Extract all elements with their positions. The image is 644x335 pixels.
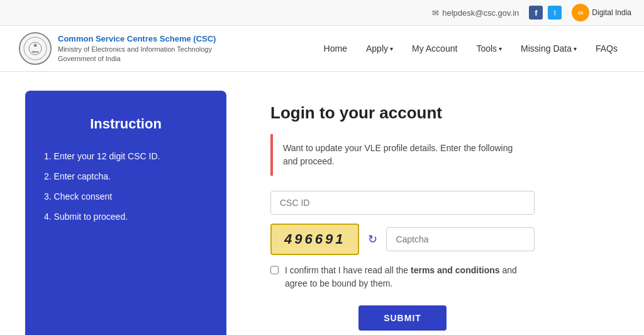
nav-tools[interactable]: Tools ▾: [469, 38, 509, 59]
nav-home[interactable]: Home: [316, 38, 355, 59]
instruction-box: Instruction 1. Enter your 12 digit CSC I…: [25, 91, 226, 335]
captcha-image: 496691: [270, 224, 359, 255]
consent-text: I confirm that I have read all the terms…: [285, 264, 535, 290]
digital-india-badge: DI Digital India: [572, 4, 631, 21]
captcha-input[interactable]: [386, 227, 535, 251]
submit-button[interactable]: SUBMIT: [358, 305, 447, 331]
csc-id-group: [270, 191, 535, 215]
nav-missing-data[interactable]: Missing Data ▾: [513, 38, 584, 59]
logo-government: Government of India: [58, 54, 216, 64]
nav-faqs[interactable]: FAQs: [588, 38, 625, 59]
svg-text:INDIA: INDIA: [32, 50, 39, 54]
digital-india-logo: DI: [572, 4, 589, 21]
instruction-list: 1. Enter your 12 digit CSC ID. 2. Enter …: [44, 147, 160, 228]
email-address: helpdesk@csc.gov.in: [442, 8, 519, 18]
main-nav: Home Apply ▾ My Account Tools ▾ Missing …: [316, 38, 625, 59]
envelope-icon: ✉: [432, 8, 439, 18]
login-section: Login to your account Want to update you…: [252, 91, 553, 335]
instruction-step-2: 2. Enter captcha.: [44, 168, 160, 185]
svg-text:🏛: 🏛: [34, 43, 37, 47]
terms-and-conditions-label: terms and conditions: [411, 265, 500, 275]
svg-point-0: [24, 37, 47, 60]
consent-row: I confirm that I have read all the terms…: [270, 264, 535, 290]
top-bar: ✉ helpdesk@csc.gov.in f t DI Digital Ind…: [0, 0, 644, 26]
main-content: Instruction 1. Enter your 12 digit CSC I…: [0, 72, 644, 335]
instruction-step-4: 4. Submit to proceed.: [44, 208, 160, 225]
header: 🏛 INDIA Common Service Centres Scheme (C…: [0, 26, 644, 72]
captcha-row: 496691 ↻: [270, 224, 535, 255]
nav-apply[interactable]: Apply ▾: [358, 38, 401, 59]
info-box: Want to update your VLE profile details.…: [270, 134, 535, 176]
logo-area: 🏛 INDIA Common Service Centres Scheme (C…: [19, 32, 216, 65]
login-title: Login to your account: [270, 103, 535, 123]
info-text: Want to update your VLE profile details.…: [283, 143, 513, 166]
refresh-captcha-button[interactable]: ↻: [365, 232, 380, 246]
tools-chevron-icon: ▾: [499, 45, 502, 52]
logo-text: Common Service Centres Scheme (CSC) Mini…: [58, 33, 216, 64]
digital-india-label: Digital India: [592, 8, 631, 17]
instruction-step-3: 3. Check consent: [44, 188, 160, 205]
apply-chevron-icon: ▾: [390, 45, 393, 52]
instruction-title: Instruction: [44, 116, 208, 132]
twitter-icon[interactable]: t: [548, 6, 562, 20]
consent-checkbox[interactable]: [270, 266, 279, 275]
nav-my-account[interactable]: My Account: [404, 38, 465, 59]
facebook-icon[interactable]: f: [529, 6, 543, 20]
social-icons: f t: [529, 6, 562, 20]
instruction-step-1: 1. Enter your 12 digit CSC ID.: [44, 147, 160, 165]
logo-scheme-name: Common Service Centres Scheme (CSC): [58, 33, 216, 45]
logo-ministry: Ministry of Electronics and Information …: [58, 45, 216, 54]
email-contact: ✉ helpdesk@csc.gov.in: [432, 8, 519, 18]
ashok-stambh-logo: 🏛 INDIA: [19, 32, 52, 65]
missing-data-chevron-icon: ▾: [574, 45, 577, 52]
csc-id-input[interactable]: [270, 191, 535, 215]
